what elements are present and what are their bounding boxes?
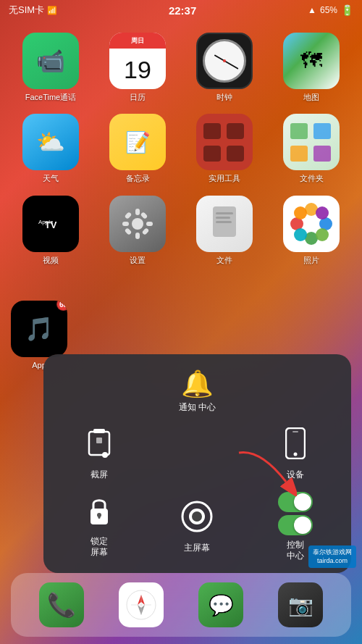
app-label-documents: 文件 [216,255,232,265]
toggle-track-2 [278,515,313,535]
svg-rect-10 [140,212,148,219]
app-item-weather[interactable]: ⛅ 天气 [11,114,90,183]
toggle-track-1 [278,492,313,512]
app-icon-tiktok: 🎵 68 [11,301,67,357]
status-bar-right: ▲ 65% 🔋 [308,4,353,16]
toggle-thumb-1 [294,493,311,511]
calendar-date: 19 [124,50,151,89]
dock-icon-messages: 💬 [198,582,243,627]
dock-icon-safari [119,582,164,627]
svg-rect-5 [135,233,140,239]
app-label-facetime: FaceTime通话 [25,92,77,102]
context-menu: 🔔 通知 中心 截屏 [43,354,351,573]
menu-item-home[interactable]: 主屏幕 [153,492,243,562]
menu-device-label: 设备 [287,469,304,481]
app-icon-notes: 📝 [109,114,166,170]
photos-flower-svg [290,202,333,246]
svg-point-27 [102,452,108,458]
app-icon-settings [109,196,166,252]
app-item-photos[interactable]: 照片 [272,196,351,265]
svg-rect-15 [216,221,232,223]
app-icon-utilities [196,114,253,170]
svg-text:Apple: Apple [38,219,54,225]
app-icon-maps: 🗺 [283,33,340,89]
home-button-icon [181,501,213,538]
app-label-files: 文件夹 [300,173,324,183]
dock-icon-camera: 📷 [278,582,323,627]
app-icon-documents [196,196,253,252]
battery-label: 65% [320,5,337,15]
menu-item-device[interactable]: 设备 [251,425,340,483]
app-label-weather: 天气 [43,173,59,183]
app-item-documents[interactable]: 文件 [185,196,264,265]
app-label-calendar: 日历 [130,92,146,102]
svg-rect-4 [135,209,140,215]
screenshot-icon [86,427,112,465]
menu-item-lock[interactable]: 锁定屏幕 [54,492,144,562]
app-icon-clock [196,33,253,89]
app-item-tv[interactable]: TV Apple 视频 [11,196,90,265]
app-item-facetime[interactable]: 📹 FaceTime通话 [11,33,90,102]
app-item-clock[interactable]: 时钟 [185,33,264,102]
svg-rect-28 [96,438,102,443]
tiktok-badge: 68 [56,301,67,311]
app-item-utilities[interactable]: 实用工具 [185,114,264,183]
menu-grid: 截屏 设备 [54,425,340,562]
dock-item-phone[interactable]: 📞 [39,582,84,627]
dock-icon-phone: 📞 [39,582,84,627]
app-item-calendar[interactable]: 周日 19 日历 [98,33,177,102]
menu-control-label: 控制中心 [287,540,304,562]
svg-rect-26 [93,429,105,433]
app-icon-files [283,114,340,170]
toggle-thumb-2 [294,517,311,534]
menu-home-label: 主屏幕 [184,543,210,554]
wifi-icon: 📶 [47,6,57,15]
svg-rect-34 [98,515,100,519]
app-label-tv: 视频 [43,255,59,265]
menu-notification-label: 通知 中心 [179,402,216,414]
svg-point-20 [294,206,307,219]
svg-rect-9 [142,227,150,235]
app-icon-calendar: 周日 19 [109,33,166,89]
app-item-files[interactable]: 文件夹 [272,114,351,183]
svg-point-3 [132,218,143,230]
safari-compass-svg [125,589,157,621]
app-item-notes[interactable]: 📝 备忘录 [98,114,177,183]
menu-screenshot-label: 截屏 [90,469,108,481]
clock-minute-hand [224,60,239,70]
clock-face [203,39,246,83]
lock-icon [87,495,111,532]
toggle-switch-1[interactable] [278,492,313,512]
app-label-maps: 地图 [303,92,319,102]
app-item-settings[interactable]: 设置 [98,196,177,265]
status-bar-left: 无SIM卡 📶 [9,4,57,17]
app-icon-weather: ⛅ [22,114,79,170]
clock-display: 22:37 [169,4,196,17]
calendar-day: 周日 [109,33,166,49]
dock-item-camera[interactable]: 📷 [278,582,323,627]
svg-rect-8 [125,212,132,219]
app-grid: 📹 FaceTime通话 周日 19 日历 时钟 🗺 地图 ⛅ [0,25,362,272]
svg-rect-7 [146,222,153,226]
appletv-logo-svg: TV Apple [33,214,69,234]
settings-gear-svg [121,207,154,241]
svg-rect-14 [216,217,230,219]
svg-point-23 [316,228,329,241]
dock-item-safari[interactable] [119,582,164,627]
app-label-utilities: 实用工具 [209,173,240,183]
svg-rect-6 [122,222,129,226]
app-icon-facetime: 📹 [22,33,79,89]
dock-item-messages[interactable]: 💬 [198,582,243,627]
app-label-notes: 备忘录 [126,173,150,183]
documents-icon-svg [210,206,239,241]
app-item-maps[interactable]: 🗺 地图 [272,33,351,102]
app-label-settings: 设置 [130,255,146,265]
svg-point-30 [294,453,298,456]
toggle-switch-2[interactable] [278,515,313,535]
menu-item-screenshot[interactable]: 截屏 [54,425,144,483]
app-label-photos: 照片 [303,255,319,265]
menu-notification-center[interactable]: 🔔 通知 中心 [54,369,340,414]
location-icon: ▲ [308,5,316,15]
app-icon-photos [283,196,340,252]
app-label-clock: 时钟 [216,92,232,102]
